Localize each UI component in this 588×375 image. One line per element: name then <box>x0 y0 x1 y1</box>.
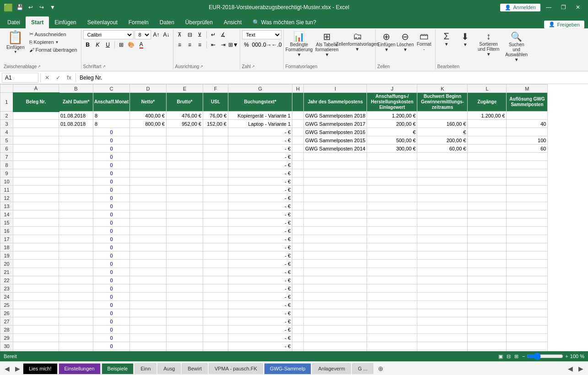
cell-H4[interactable] <box>292 128 304 136</box>
tab-formeln[interactable]: Formeln <box>123 16 154 28</box>
cell-D21[interactable] <box>130 268 167 276</box>
cell-K18[interactable] <box>417 243 468 252</box>
signin-button[interactable]: 👤 Anmelden <box>500 4 540 11</box>
cell-D11[interactable] <box>130 186 167 194</box>
cell-B19[interactable] <box>59 252 93 260</box>
alignment-label[interactable]: Ausrichtung ↗ <box>175 63 238 69</box>
cell-M4[interactable] <box>507 128 548 136</box>
cell-E19[interactable] <box>167 252 203 260</box>
row-num-9[interactable]: 9 <box>0 169 13 177</box>
cell-K20[interactable] <box>417 260 468 268</box>
cell-G1[interactable]: Buchungstext* <box>228 93 292 112</box>
cell-M14[interactable] <box>507 210 548 219</box>
name-box[interactable] <box>2 73 38 83</box>
normal-view-icon[interactable]: ▣ <box>498 354 503 359</box>
editing-label[interactable]: Bearbeiten <box>437 63 530 69</box>
cell-K3[interactable]: 160,00 € <box>417 120 468 128</box>
cell-F24[interactable] <box>203 293 228 301</box>
cell-E30[interactable] <box>167 342 203 350</box>
cell-L29[interactable] <box>468 334 507 342</box>
cell-J13[interactable] <box>367 202 417 210</box>
cell-L21[interactable] <box>468 268 507 276</box>
row-num-21[interactable]: 21 <box>0 268 13 276</box>
col-header-A[interactable]: A <box>13 85 59 93</box>
cell-I24[interactable] <box>304 293 367 301</box>
cell-G20[interactable]: - € <box>228 260 292 268</box>
cell-L5[interactable] <box>468 136 507 145</box>
cell-M12[interactable] <box>507 194 548 202</box>
copy-button[interactable]: ⎘ Kopieren ▼ <box>27 38 79 46</box>
cell-I26[interactable] <box>304 309 367 317</box>
row-num-18[interactable]: 18 <box>0 243 13 252</box>
align-right-button[interactable]: ≡ <box>195 40 205 49</box>
cell-D5[interactable] <box>130 136 167 145</box>
cell-I1[interactable]: Jahr des Sammelpostens <box>304 93 367 112</box>
cell-E22[interactable] <box>167 276 203 284</box>
row-num-10[interactable]: 10 <box>0 177 13 186</box>
cell-H28[interactable] <box>292 326 304 334</box>
cell-E18[interactable] <box>167 243 203 252</box>
col-header-J[interactable]: J <box>367 85 417 93</box>
row-num-12[interactable]: 12 <box>0 194 13 202</box>
cell-J8[interactable] <box>367 161 417 169</box>
tab-ueberpruefen[interactable]: Überprüfen <box>180 16 218 28</box>
cell-K24[interactable] <box>417 293 468 301</box>
cell-J16[interactable] <box>367 227 417 235</box>
confirm-formula-icon[interactable]: ✓ <box>54 75 63 81</box>
cell-L19[interactable] <box>468 252 507 260</box>
cell-I4[interactable]: GWG Sammelposten 2016 <box>304 128 367 136</box>
sheet-tab-ausg[interactable]: Ausg <box>157 363 181 374</box>
cell-J1[interactable]: Anschaffungs-/ Herstellungskosten Einlag… <box>367 93 417 112</box>
cell-M2[interactable] <box>507 112 548 120</box>
cell-B8[interactable] <box>59 161 93 169</box>
cell-F1[interactable]: USt. <box>203 93 228 112</box>
cell-L6[interactable] <box>468 145 507 153</box>
cell-G7[interactable]: - € <box>228 153 292 161</box>
cell-E15[interactable] <box>167 219 203 227</box>
cell-J20[interactable] <box>367 260 417 268</box>
cell-D17[interactable] <box>130 235 167 243</box>
cell-G23[interactable]: - € <box>228 284 292 293</box>
cell-C9[interactable]: 0 <box>93 169 130 177</box>
cell-B30[interactable] <box>59 342 93 350</box>
redo-quick-btn[interactable]: ↪ <box>37 2 47 12</box>
cell-G2[interactable]: Kopiergerät - Variante 1 <box>228 112 292 120</box>
cell-G3[interactable]: Laptop - Variante 1 <box>228 120 292 128</box>
cell-B1[interactable]: Zahl Datum* <box>59 93 93 112</box>
cell-B9[interactable] <box>59 169 93 177</box>
cell-F11[interactable] <box>203 186 228 194</box>
format-cells-button[interactable]: 🗃 Format - <box>415 30 433 53</box>
align-left-button[interactable]: ≡ <box>175 40 184 49</box>
cell-H30[interactable] <box>292 342 304 350</box>
cell-K27[interactable] <box>417 317 468 326</box>
cell-H24[interactable] <box>292 293 304 301</box>
cell-B11[interactable] <box>59 186 93 194</box>
cell-A12[interactable] <box>13 194 59 202</box>
cell-E14[interactable] <box>167 210 203 219</box>
minimize-button[interactable]: — <box>542 1 555 14</box>
cell-C18[interactable]: 0 <box>93 243 130 252</box>
cell-H17[interactable] <box>292 235 304 243</box>
cell-J27[interactable] <box>367 317 417 326</box>
cell-F27[interactable] <box>203 317 228 326</box>
cancel-formula-icon[interactable]: ✕ <box>43 75 52 81</box>
col-header-D[interactable]: D <box>130 85 167 93</box>
cell-I9[interactable] <box>304 169 367 177</box>
cell-K11[interactable] <box>417 186 468 194</box>
cell-D22[interactable] <box>130 276 167 284</box>
cell-E7[interactable] <box>167 153 203 161</box>
cell-E8[interactable] <box>167 161 203 169</box>
cell-M27[interactable] <box>507 317 548 326</box>
fill-button[interactable]: ⬇ ▼ <box>456 30 475 48</box>
sheet-scroll-left[interactable]: ◀ <box>565 365 576 372</box>
cell-A16[interactable] <box>13 227 59 235</box>
cell-C12[interactable]: 0 <box>93 194 130 202</box>
cell-K4[interactable]: € <box>417 128 468 136</box>
cell-J29[interactable] <box>367 334 417 342</box>
sort-filter-button[interactable]: ↕ Sortieren und Filtern ▼ <box>475 30 502 58</box>
cell-L28[interactable] <box>468 326 507 334</box>
cell-C28[interactable]: 0 <box>93 326 130 334</box>
font-label[interactable]: Schriftart ↗ <box>83 63 171 69</box>
row-num-26[interactable]: 26 <box>0 309 13 317</box>
cell-M22[interactable] <box>507 276 548 284</box>
